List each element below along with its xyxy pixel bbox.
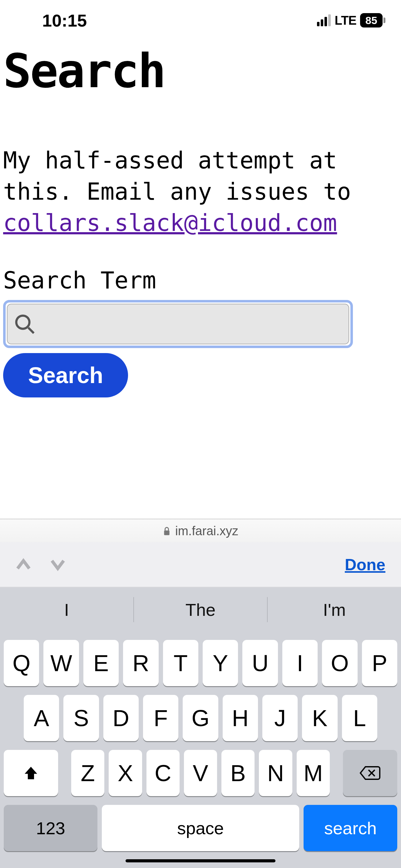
key-a[interactable]: A xyxy=(24,695,59,741)
key-w[interactable]: W xyxy=(43,640,79,686)
shift-icon xyxy=(23,765,39,781)
address-bar[interactable]: im.farai.xyz xyxy=(0,519,401,544)
key-e[interactable]: E xyxy=(83,640,119,686)
key-d[interactable]: D xyxy=(103,695,139,741)
email-link[interactable]: collars.slack@icloud.com xyxy=(3,209,337,236)
key-x[interactable]: X xyxy=(109,750,142,796)
key-n[interactable]: N xyxy=(259,750,292,796)
keyboard-row-1: Q W E R T Y U I O P xyxy=(4,640,397,686)
battery-level: 85 xyxy=(360,13,382,28)
keyboard-row-2: A S D F G H J K L xyxy=(4,695,397,741)
status-bar: 10:15 LTE 85 xyxy=(0,0,401,37)
keyboard: Q W E R T Y U I O P A S D F G H J K L Z … xyxy=(0,632,401,868)
key-j[interactable]: J xyxy=(262,695,298,741)
key-y[interactable]: Y xyxy=(203,640,238,686)
backspace-icon xyxy=(359,765,381,781)
key-l[interactable]: L xyxy=(342,695,377,741)
svg-line-1 xyxy=(28,328,34,333)
page-content: Search My half-assed attempt at this. Em… xyxy=(0,37,401,398)
prev-field-icon[interactable] xyxy=(15,557,31,572)
shift-key[interactable] xyxy=(4,750,58,796)
key-u[interactable]: U xyxy=(242,640,278,686)
key-f[interactable]: F xyxy=(143,695,178,741)
intro-body: My half-assed attempt at this. Email any… xyxy=(3,147,351,205)
numbers-key[interactable]: 123 xyxy=(4,805,97,851)
key-b[interactable]: B xyxy=(222,750,255,796)
space-key[interactable]: space xyxy=(102,805,299,851)
suggestion-3[interactable]: I'm xyxy=(268,587,401,632)
page-title: Search xyxy=(3,44,398,98)
suggestion-bar: I The I'm xyxy=(0,587,401,632)
key-i[interactable]: I xyxy=(282,640,318,686)
key-p[interactable]: P xyxy=(362,640,397,686)
search-icon xyxy=(14,313,36,335)
backspace-key[interactable] xyxy=(343,750,397,796)
suggestion-1[interactable]: I xyxy=(0,587,133,632)
keyboard-row-3: Z X C V B N M xyxy=(4,750,397,796)
battery-icon: 85 xyxy=(360,13,386,28)
key-k[interactable]: K xyxy=(302,695,337,741)
keyboard-row-4: 123 space search xyxy=(4,805,397,851)
search-button[interactable]: Search xyxy=(3,353,128,398)
suggestion-2[interactable]: The xyxy=(134,587,267,632)
search-field[interactable] xyxy=(7,304,349,344)
search-label: Search Term xyxy=(3,267,398,294)
lock-icon xyxy=(163,526,171,536)
key-r[interactable]: R xyxy=(123,640,158,686)
done-button[interactable]: Done xyxy=(345,555,386,574)
url-text: im.farai.xyz xyxy=(175,524,238,538)
key-s[interactable]: S xyxy=(63,695,99,741)
key-c[interactable]: C xyxy=(146,750,179,796)
key-z[interactable]: Z xyxy=(71,750,104,796)
signal-icon xyxy=(317,14,331,26)
key-o[interactable]: O xyxy=(322,640,357,686)
svg-point-0 xyxy=(16,316,29,329)
key-q[interactable]: Q xyxy=(4,640,39,686)
key-t[interactable]: T xyxy=(163,640,198,686)
next-field-icon[interactable] xyxy=(50,557,66,572)
key-h[interactable]: H xyxy=(223,695,258,741)
key-m[interactable]: M xyxy=(297,750,330,796)
network-label: LTE xyxy=(334,13,356,28)
keyboard-accessory: Done xyxy=(0,542,401,587)
search-input[interactable] xyxy=(40,313,342,335)
status-right: LTE 85 xyxy=(317,13,386,28)
home-indicator[interactable] xyxy=(126,859,275,862)
svg-rect-2 xyxy=(164,530,169,535)
status-time: 10:15 xyxy=(42,10,87,31)
intro-text: My half-assed attempt at this. Email any… xyxy=(3,145,398,239)
search-field-focus-ring xyxy=(3,300,353,348)
key-g[interactable]: G xyxy=(183,695,218,741)
search-action-key[interactable]: search xyxy=(304,805,397,851)
key-v[interactable]: V xyxy=(184,750,217,796)
